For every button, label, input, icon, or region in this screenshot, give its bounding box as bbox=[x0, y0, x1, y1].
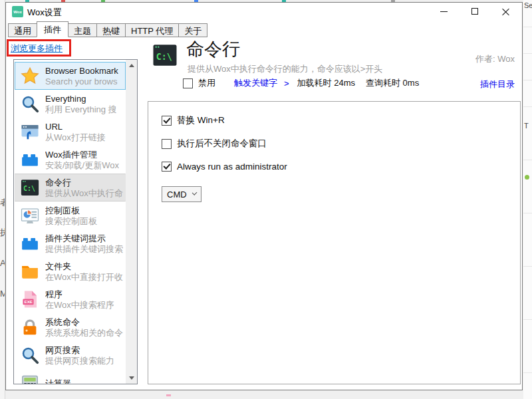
background-text: T bbox=[524, 122, 529, 130]
calculator-icon bbox=[20, 373, 40, 384]
background-glyph: M bbox=[0, 289, 5, 299]
trigger-keyword-value: > bbox=[284, 78, 289, 88]
background-glyph: 者 bbox=[0, 197, 5, 209]
plugin-title: 文件夹 bbox=[45, 261, 123, 272]
terminal-icon: C:\ bbox=[20, 178, 40, 198]
url-window-icon bbox=[20, 122, 40, 142]
background-dot bbox=[525, 175, 529, 180]
tab-themes[interactable]: 主题 bbox=[68, 23, 97, 37]
terminal-icon: C:\ bbox=[152, 42, 178, 68]
exe-file-icon: EXE bbox=[20, 289, 40, 309]
plugin-subtitle: Search your brows bbox=[45, 76, 118, 87]
option-replace-winr: 替换 Win+R bbox=[162, 114, 225, 126]
plugin-item-sys-command[interactable]: 系统命令系统系统相关的命令 bbox=[15, 313, 126, 341]
background-window-left-edge: 者 执 A M bbox=[0, 0, 5, 399]
plugin-item-shell[interactable]: C:\ 命令行提供从Wox中执行命 bbox=[15, 174, 126, 201]
plugin-directory-link[interactable]: 插件目录 bbox=[480, 78, 515, 90]
plugin-subtitle: 在Wox中搜索程序 bbox=[45, 300, 114, 311]
star-icon bbox=[20, 66, 40, 86]
plugin-subtitle: 利用 Everything 搜 bbox=[45, 104, 117, 115]
scroll-down-arrow[interactable] bbox=[126, 372, 137, 384]
run-as-admin-checkbox[interactable] bbox=[162, 162, 172, 172]
background-pixel bbox=[166, 394, 171, 396]
window-title: Wox设置 bbox=[27, 7, 62, 19]
scroll-up-arrow[interactable] bbox=[126, 60, 137, 71]
plugin-author: 作者: Wox bbox=[475, 53, 515, 65]
svg-text:C:\: C:\ bbox=[156, 52, 172, 62]
plugin-item-browser-bookmark[interactable]: Browser BookmarkSearch your brows bbox=[15, 62, 126, 90]
tab-http-proxy[interactable]: HTTP 代理 bbox=[125, 23, 179, 37]
run-as-admin-label: Always run as administrator bbox=[177, 162, 287, 172]
plugin-item-plugin-manager[interactable]: Wox插件管理安装/卸载/更新Wox bbox=[15, 146, 126, 174]
disable-checkbox[interactable] bbox=[183, 78, 193, 88]
background-glyph: 执 bbox=[0, 227, 5, 239]
plugin-brick-icon bbox=[20, 233, 40, 253]
load-time-text: 加载耗时 24ms bbox=[297, 77, 355, 89]
wox-app-icon: Wox bbox=[12, 6, 23, 17]
plugin-item-plugin-indicator[interactable]: 插件关键词提示提供插件关键词搜索 bbox=[15, 229, 126, 257]
plugin-subtitle: 搜索控制面板 bbox=[45, 216, 97, 227]
minimize-button[interactable] bbox=[428, 3, 460, 20]
plugin-title: 命令行 bbox=[45, 177, 123, 188]
magnifier-icon bbox=[20, 345, 40, 365]
minimize-icon bbox=[440, 11, 448, 12]
plugin-title: 插件关键词提示 bbox=[45, 233, 123, 244]
shell-dropdown-value: CMD bbox=[167, 190, 187, 200]
maximize-button[interactable] bbox=[460, 3, 491, 20]
plugin-title: Everything bbox=[45, 93, 117, 104]
query-time-text: 查询耗时 0ms bbox=[366, 77, 419, 89]
background-glyph: A bbox=[0, 258, 5, 268]
tab-about[interactable]: 关于 bbox=[178, 23, 207, 37]
close-icon bbox=[501, 7, 510, 16]
replace-winr-checkbox[interactable] bbox=[162, 116, 172, 126]
plugin-title: 系统命令 bbox=[45, 317, 123, 328]
plugin-title: 网页搜索 bbox=[45, 344, 114, 356]
plugin-list: Browser BookmarkSearch your brows Everyt… bbox=[13, 59, 138, 384]
tab-general[interactable]: 通用 bbox=[8, 23, 37, 37]
plugin-detail-description: 提供从Wox中执行命令行的能力，命令应该以>开头 bbox=[188, 63, 382, 75]
plugin-item-everything[interactable]: Everything利用 Everything 搜 bbox=[15, 90, 126, 118]
plugin-subtitle: 从Wox打开链接 bbox=[45, 132, 106, 143]
plugin-title: 程序 bbox=[45, 289, 114, 300]
option-leave-cmd-open: 执行后不关闭命令窗口 bbox=[162, 138, 267, 150]
plugin-detail-title: 命令行 bbox=[186, 37, 240, 61]
close-button[interactable] bbox=[490, 3, 521, 20]
plugin-list-scrollbar[interactable] bbox=[126, 60, 137, 384]
chevron-down-icon bbox=[192, 190, 197, 196]
leave-cmd-open-checkbox[interactable] bbox=[162, 139, 172, 149]
plugin-brick-icon bbox=[20, 150, 40, 170]
plugin-item-program[interactable]: EXE 程序在Wox中搜索程序 bbox=[15, 285, 126, 313]
maximize-icon bbox=[471, 8, 478, 15]
lock-icon bbox=[20, 317, 40, 337]
window-controls bbox=[428, 3, 521, 20]
plugin-title: Wox插件管理 bbox=[45, 149, 119, 160]
plugin-title: URL bbox=[45, 121, 106, 132]
svg-text:C:\: C:\ bbox=[23, 185, 35, 192]
plugin-subtitle: 提供网页搜索能力 bbox=[45, 356, 114, 366]
disable-label: 禁用 bbox=[198, 77, 215, 89]
plugin-item-folder[interactable]: 文件夹在Wox中直接打开收 bbox=[15, 257, 126, 285]
replace-winr-label: 替换 Win+R bbox=[177, 114, 225, 126]
plugin-item-web-search[interactable]: 网页搜索提供网页搜索能力 bbox=[15, 341, 126, 369]
plugin-subtitle: 提供插件关键词搜索 bbox=[45, 244, 123, 255]
trigger-keyword-link[interactable]: 触发关键字 bbox=[234, 77, 277, 89]
plugin-item-url[interactable]: URL从Wox打开链接 bbox=[15, 118, 126, 146]
plugin-item-calculator[interactable]: 计算器 bbox=[15, 369, 126, 384]
background-text: Se bbox=[524, 1, 532, 9]
svg-text:EXE: EXE bbox=[25, 299, 33, 304]
control-panel-icon bbox=[20, 205, 40, 225]
tab-plugins[interactable]: 插件 bbox=[37, 21, 68, 37]
settings-tab-bar: 通用 插件 主题 热键 HTTP 代理 关于 bbox=[8, 21, 207, 37]
browse-more-plugins-link[interactable]: 浏览更多插件 bbox=[11, 43, 63, 55]
folder-icon bbox=[20, 261, 40, 281]
tab-hotkeys[interactable]: 热键 bbox=[96, 23, 126, 37]
option-run-as-admin: Always run as administrator bbox=[162, 162, 287, 172]
plugin-meta-row: 禁用 触发关键字 > 加载耗时 24ms 查询耗时 0ms bbox=[183, 77, 419, 89]
plugin-item-control-panel[interactable]: 控制面板搜索控制面板 bbox=[15, 201, 126, 229]
plugin-title: Browser Bookmark bbox=[45, 65, 118, 76]
shell-dropdown[interactable]: CMD bbox=[162, 186, 201, 202]
leave-cmd-open-label: 执行后不关闭命令窗口 bbox=[177, 138, 267, 150]
background-window-right-edge: Se T bbox=[523, 0, 532, 399]
magnifier-icon bbox=[20, 94, 40, 114]
plugin-subtitle: 提供从Wox中执行命 bbox=[45, 188, 123, 199]
